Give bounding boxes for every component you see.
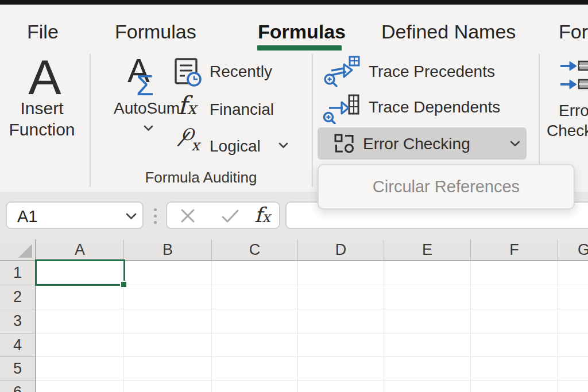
cell-F1[interactable] xyxy=(471,261,558,285)
cell-B4[interactable] xyxy=(124,333,212,357)
group-label-formula-auditing: Formula Auditing xyxy=(115,169,287,187)
cell-A2[interactable] xyxy=(36,285,124,309)
column-header-D[interactable]: D xyxy=(298,239,384,261)
insert-function-label-1: Insert xyxy=(0,99,84,118)
insert-function-icon: A xyxy=(23,54,67,100)
error-checking-large-label-2: Checking xyxy=(547,121,588,141)
column-header-E[interactable]: E xyxy=(384,239,471,261)
cell-A4[interactable] xyxy=(36,333,124,357)
cell-B1[interactable] xyxy=(124,261,212,285)
cell-C2[interactable] xyxy=(212,285,298,309)
column-header-B[interactable]: B xyxy=(124,239,212,261)
row-header-5[interactable]: 5 xyxy=(0,357,36,381)
column-header-F[interactable]: F xyxy=(471,239,558,261)
column-header-C[interactable]: C xyxy=(212,239,298,261)
select-all-triangle-icon xyxy=(18,244,32,258)
fill-handle[interactable] xyxy=(120,281,127,288)
cell-F5[interactable] xyxy=(471,357,558,381)
cell-C3[interactable] xyxy=(212,309,298,333)
error-checking-label: Error Checking xyxy=(363,134,470,154)
row-header-4[interactable]: 4 xyxy=(0,333,36,357)
tab-file[interactable]: File xyxy=(27,20,59,44)
trace-precedents-icon xyxy=(323,55,361,88)
trace-dependents-icon xyxy=(323,91,361,124)
cell-G3[interactable] xyxy=(558,309,588,333)
cell-C5[interactable] xyxy=(212,357,298,381)
trace-precedents-label: Trace Precedents xyxy=(369,62,495,81)
row-header-3[interactable]: 3 xyxy=(0,309,36,333)
error-checking-button[interactable]: Error Checking xyxy=(318,127,527,160)
selected-cell-A1[interactable] xyxy=(35,259,125,286)
chevron-down-icon xyxy=(510,141,520,147)
insert-function-fx-icon[interactable]: fx xyxy=(254,203,270,227)
cell-D2[interactable] xyxy=(298,285,384,309)
logical-icon: O∕x xyxy=(179,127,203,153)
autosum-icon-sigma: Σ xyxy=(136,71,154,100)
cell-D5[interactable] xyxy=(298,357,384,381)
cell-E6[interactable] xyxy=(384,381,471,392)
menu-item-circular-references[interactable]: Circular References xyxy=(373,177,520,196)
cell-A5[interactable] xyxy=(36,357,124,381)
cell-F3[interactable] xyxy=(471,309,558,333)
cell-F6[interactable] xyxy=(471,381,558,392)
enter-icon[interactable] xyxy=(222,209,239,223)
cell-B6[interactable] xyxy=(124,381,212,392)
cell-G5[interactable] xyxy=(558,357,588,381)
autosum-label: AutoSum xyxy=(114,99,180,118)
error-checking-large-icon xyxy=(559,60,588,95)
tab-formulas-1[interactable]: Formulas xyxy=(115,20,196,44)
cell-B3[interactable] xyxy=(124,309,212,333)
cell-D3[interactable] xyxy=(298,309,384,333)
formula-bar-drag-handle[interactable] xyxy=(154,208,157,224)
cell-B2[interactable] xyxy=(124,285,212,309)
trace-dependents-label: Trace Dependents xyxy=(369,98,500,117)
chevron-down-icon[interactable] xyxy=(278,142,288,149)
cell-E2[interactable] xyxy=(384,285,471,309)
cell-C6[interactable] xyxy=(212,381,298,392)
tab-defined-names[interactable]: Defined Names xyxy=(381,20,516,44)
column-header-G[interactable]: G xyxy=(558,239,588,261)
cell-D4[interactable] xyxy=(298,333,384,357)
tab-formulas-clipped[interactable]: Formulas xyxy=(559,20,588,44)
name-box[interactable]: A1 xyxy=(6,201,144,229)
cell-C4[interactable] xyxy=(212,333,298,357)
recently-used-label: Recently xyxy=(210,62,272,81)
cell-E4[interactable] xyxy=(384,333,471,357)
cell-F4[interactable] xyxy=(471,333,558,357)
tab-formulas-active[interactable]: Formulas xyxy=(258,20,346,44)
cell-B5[interactable] xyxy=(124,357,212,381)
trace-precedents-button[interactable]: Trace Precedents xyxy=(312,54,519,88)
cell-D1[interactable] xyxy=(298,261,384,285)
select-all-button[interactable] xyxy=(0,239,36,261)
row-header-6[interactable]: 6 xyxy=(0,381,36,392)
chevron-down-icon[interactable] xyxy=(126,213,137,220)
cancel-icon[interactable] xyxy=(180,208,195,223)
cell-G6[interactable] xyxy=(558,381,588,392)
trace-dependents-button[interactable]: Trace Dependents xyxy=(312,90,519,124)
function-library-group: A Σ AutoSum Recently fx Financial xyxy=(90,52,312,192)
cell-A3[interactable] xyxy=(36,309,124,333)
column-header-A[interactable]: A xyxy=(36,239,124,261)
insert-function-button[interactable]: A Insert Function xyxy=(0,52,90,192)
insert-function-label-2: Function xyxy=(0,120,84,139)
row-header-2[interactable]: 2 xyxy=(0,285,36,309)
fx-icon: fx xyxy=(177,91,196,120)
error-checking-large-label-1: Error xyxy=(559,101,588,121)
formula-bar-actions: fx xyxy=(166,201,280,229)
recently-used-icon xyxy=(174,57,202,87)
row-header-1[interactable]: 1 xyxy=(0,261,36,285)
cell-E3[interactable] xyxy=(384,309,471,333)
cell-G1[interactable] xyxy=(558,261,588,285)
window-top-strip xyxy=(0,0,588,5)
cell-F2[interactable] xyxy=(471,285,558,309)
active-tab-underline xyxy=(257,45,342,51)
cell-C1[interactable] xyxy=(212,261,298,285)
cell-G2[interactable] xyxy=(558,285,588,309)
name-box-value: A1 xyxy=(17,207,37,226)
cell-E1[interactable] xyxy=(384,261,471,285)
cell-D6[interactable] xyxy=(298,381,384,392)
chevron-down-icon[interactable] xyxy=(144,125,153,131)
cell-A6[interactable] xyxy=(36,381,124,392)
cell-E5[interactable] xyxy=(384,357,471,381)
cell-G4[interactable] xyxy=(558,333,588,357)
